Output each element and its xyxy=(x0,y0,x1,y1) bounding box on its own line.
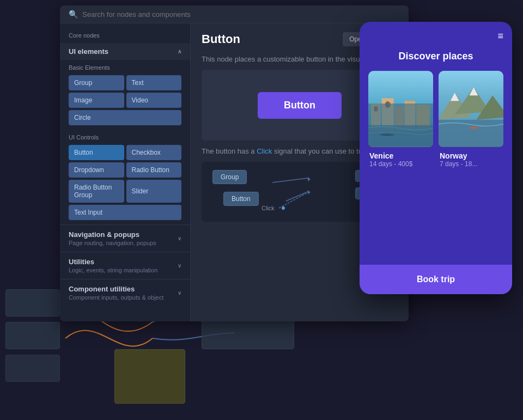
utilities-section: Utilities Logic, events, string manipula… xyxy=(60,252,190,279)
node-btn-image[interactable]: Image xyxy=(69,93,124,108)
svg-rect-10 xyxy=(395,106,404,131)
node-btn-dropdown[interactable]: Dropdown xyxy=(69,162,124,178)
book-trip-button[interactable]: Book trip xyxy=(360,265,512,294)
ui-elements-label: UI elements xyxy=(69,47,108,56)
utilities-sub: Logic, events, string manipulation xyxy=(69,267,157,273)
utilities-label: Utilities xyxy=(69,258,157,266)
node-btn-checkbox[interactable]: Checkbox xyxy=(126,145,182,160)
venice-image xyxy=(368,71,433,147)
ui-elements-category[interactable]: UI elements ∧ xyxy=(60,43,190,60)
svg-rect-11 xyxy=(404,101,415,131)
nav-popups-chevron: ∨ xyxy=(178,235,181,241)
component-utilities-chevron: ∨ xyxy=(178,290,181,296)
mobile-card: ≡ Discover places xyxy=(360,22,512,294)
venice-card[interactable]: Venice 14 days - 400$ xyxy=(368,71,433,168)
svg-line-1 xyxy=(286,192,308,201)
panel-body: Core nodes UI elements ∧ Basic Elements … xyxy=(60,23,409,321)
node-btn-group[interactable]: Group xyxy=(69,75,124,90)
venice-name: Venice xyxy=(369,151,432,160)
nav-popups-section: Navigation & popups Page routing, naviga… xyxy=(60,224,190,252)
node-btn-radio-group[interactable]: Radio Button Group xyxy=(69,180,124,203)
bg-node-1 xyxy=(5,289,60,316)
preview-button[interactable]: Button xyxy=(258,92,342,119)
svg-line-0 xyxy=(272,178,308,182)
svg-rect-12 xyxy=(416,105,430,131)
bg-node-2 xyxy=(5,322,60,349)
nav-popups-sub: Page routing, navigation, popups xyxy=(69,240,156,246)
svg-text:Click: Click xyxy=(262,205,275,211)
svg-rect-8 xyxy=(371,104,381,131)
svg-rect-22 xyxy=(439,120,503,147)
node-btn-button[interactable]: Button xyxy=(69,145,124,160)
core-nodes-label: Core nodes xyxy=(60,30,190,43)
utilities-header[interactable]: Utilities Logic, events, string manipula… xyxy=(69,258,181,273)
utilities-chevron: ∨ xyxy=(178,263,181,269)
svg-point-2 xyxy=(282,206,285,210)
flow-node-group: Group xyxy=(212,170,247,184)
component-utilities-header[interactable]: Component utilities Component inputs, ou… xyxy=(69,285,181,301)
search-input[interactable] xyxy=(82,10,400,19)
sidebar: Core nodes UI elements ∧ Basic Elements … xyxy=(60,23,191,321)
svg-marker-5 xyxy=(308,177,311,181)
flow-node-button: Button xyxy=(223,192,259,206)
mobile-card-header: ≡ xyxy=(360,22,512,51)
body-text-part1: The button has a xyxy=(202,147,257,155)
mobile-images-row: Venice 14 days - 400$ xyxy=(360,71,512,168)
svg-marker-6 xyxy=(308,190,311,194)
svg-point-13 xyxy=(374,106,378,112)
search-bar: 🔍 xyxy=(60,5,409,23)
norway-info: Norway 7 days - 18... xyxy=(439,147,503,168)
norway-detail: 7 days - 18... xyxy=(440,160,502,168)
component-utilities-sub: Component inputs, outputs & object xyxy=(69,294,163,301)
basic-elements-grid: Group Text Image Video Circle xyxy=(60,73,190,130)
click-word: Click xyxy=(257,147,272,155)
mobile-title: Discover places xyxy=(360,51,512,71)
svg-rect-9 xyxy=(382,98,394,130)
nav-popups-header[interactable]: Navigation & popups Page routing, naviga… xyxy=(69,230,181,246)
ui-elements-chevron: ∧ xyxy=(178,48,181,54)
component-utilities-label: Component utilities xyxy=(69,285,163,293)
norway-card[interactable]: Norway 7 days - 18... xyxy=(439,71,503,168)
bg-node-olive xyxy=(114,349,185,404)
search-icon: 🔍 xyxy=(69,10,78,19)
component-utilities-section: Component utilities Component inputs, ou… xyxy=(60,279,190,306)
ui-controls-grid: Button Checkbox Dropdown Radio Button Ra… xyxy=(60,143,190,224)
svg-line-4 xyxy=(279,193,306,208)
node-btn-slider[interactable]: Slider xyxy=(126,180,182,203)
basic-elements-title: Basic Elements xyxy=(60,60,190,73)
node-btn-text[interactable]: Text xyxy=(126,75,182,90)
hamburger-icon[interactable]: ≡ xyxy=(497,31,503,42)
svg-rect-15 xyxy=(368,125,433,147)
svg-rect-7 xyxy=(368,71,433,147)
node-btn-radio-button[interactable]: Radio Button xyxy=(126,162,182,178)
svg-point-14 xyxy=(385,101,391,108)
main-panel: 🔍 Core nodes UI elements ∧ Basic Element… xyxy=(60,5,409,321)
content-title: Button xyxy=(202,32,240,46)
nav-popups-label: Navigation & popups xyxy=(69,230,156,239)
venice-detail: 14 days - 400$ xyxy=(369,160,432,168)
norway-name: Norway xyxy=(440,151,502,160)
norway-image xyxy=(439,71,503,147)
ui-controls-title: UI Controls xyxy=(60,130,190,143)
venice-info: Venice 14 days - 400$ xyxy=(368,147,433,168)
bg-node-3 xyxy=(5,355,60,382)
node-btn-text-input[interactable]: Text Input xyxy=(69,205,181,220)
node-btn-video[interactable]: Video xyxy=(126,93,182,108)
node-btn-circle[interactable]: Circle xyxy=(69,110,181,125)
